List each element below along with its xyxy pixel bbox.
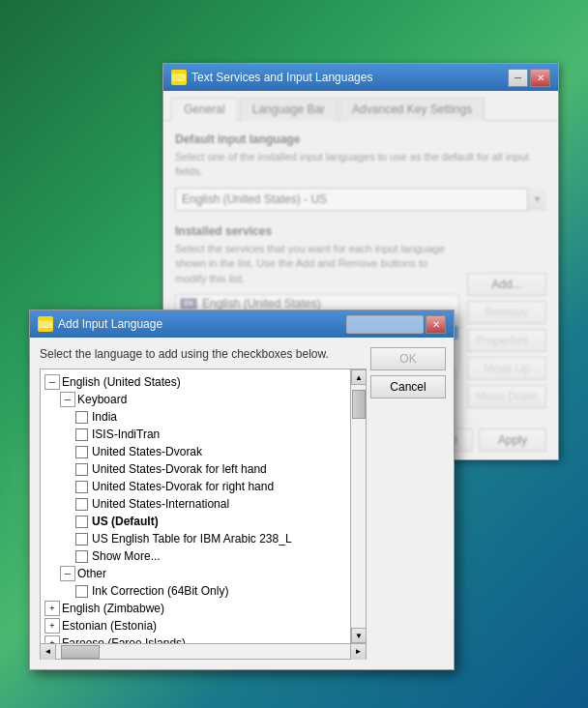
h-scrollbar-thumb[interactable] <box>61 645 100 659</box>
obscured-area <box>346 315 424 334</box>
expander-zimbabwe[interactable]: + <box>44 601 60 616</box>
tree-item-faroese[interactable]: + Faroese (Faroe Islands) <box>41 634 366 643</box>
scrollbar-thumb[interactable] <box>352 390 366 419</box>
checkbox-us-default[interactable] <box>75 516 88 528</box>
tree-text-us-default: US (Default) <box>92 515 159 528</box>
tree-item-english-us[interactable]: ─ English (United States) <box>41 373 366 391</box>
close-button[interactable]: ✕ <box>530 69 550 87</box>
tree-text-keyboard: Keyboard <box>77 393 127 406</box>
tree-item-isis[interactable]: ISIS-IndiTran <box>41 426 366 443</box>
titlebar-left: ⌨ Text Services and Input Languages <box>171 70 372 85</box>
expander-other[interactable]: ─ <box>60 566 75 581</box>
titlebar-controls: ─ ✕ <box>508 69 550 87</box>
expander-faroese[interactable]: + <box>44 635 60 643</box>
tree-item-dvorak-left[interactable]: United States-Dvorak for left hand <box>41 460 366 478</box>
add-dialog-description: Select the language to add using the che… <box>40 347 367 361</box>
main-dialog-icon: ⌨ <box>171 70 187 85</box>
tree-text-isis: ISIS-IndiTran <box>92 428 160 441</box>
checkbox-dvorak-left[interactable] <box>75 463 88 476</box>
checkbox-ink[interactable] <box>75 585 88 598</box>
tree-text-show-more: Show More... <box>92 549 161 563</box>
add-dialog: ⌨ Add Input Language ✕ Select the langua… <box>29 310 455 670</box>
expander-english-us[interactable]: ─ <box>44 374 60 390</box>
tree-scroll-area: ─ English (United States) ─ Keyboard Ind… <box>41 369 366 643</box>
checkbox-dvorak[interactable] <box>75 446 88 458</box>
expander-keyboard[interactable]: ─ <box>60 392 75 407</box>
tree-text-estonian: Estonian (Estonia) <box>62 619 157 633</box>
scrollbar-up-button[interactable]: ▲ <box>351 369 367 385</box>
ok-button[interactable]: OK <box>370 347 446 370</box>
tree-item-ink[interactable]: Ink Correction (64Bit Only) <box>41 582 366 600</box>
h-scrollbar-track <box>56 644 350 659</box>
add-dialog-title: Add Input Language <box>58 317 162 331</box>
tree-item-intl[interactable]: United States-International <box>41 495 366 513</box>
horizontal-scrollbar: ◄ ► <box>40 644 367 660</box>
add-dialog-icon: ⌨ <box>38 316 53 332</box>
tree-item-dvorak[interactable]: United States-Dvorak <box>41 443 366 460</box>
main-dialog-title: Text Services and Input Languages <box>191 71 372 84</box>
tree-text-english-us: English (United States) <box>62 375 181 389</box>
add-titlebar-controls: ✕ <box>346 315 446 334</box>
scrollbar-track <box>351 385 366 628</box>
tree-item-show-more[interactable]: Show More... <box>41 547 366 565</box>
checkbox-us-arabic[interactable] <box>75 533 88 546</box>
tree-item-india[interactable]: India <box>41 408 366 426</box>
tree-text-dvorak-left: United States-Dvorak for left hand <box>92 462 267 476</box>
tree-item-zimbabwe[interactable]: + English (Zimbabwe) <box>41 600 366 617</box>
tree-wrapper: ─ English (United States) ─ Keyboard Ind… <box>40 369 367 660</box>
tree-item-us-default[interactable]: US (Default) <box>41 513 366 530</box>
tree-text-dvorak-right: United States-Dvorak for right hand <box>92 480 274 493</box>
tree-item-other[interactable]: ─ Other <box>41 565 366 582</box>
tree-item-keyboard[interactable]: ─ Keyboard <box>41 391 366 408</box>
tree-item-us-arabic[interactable]: US English Table for IBM Arabic 238_L <box>41 530 366 547</box>
tree-item-estonian[interactable]: + Estonian (Estonia) <box>41 617 366 634</box>
tree-container: ─ English (United States) ─ Keyboard Ind… <box>40 369 367 644</box>
vertical-scrollbar: ▲ ▼ <box>350 369 366 643</box>
main-dialog-titlebar: ⌨ Text Services and Input Languages ─ ✕ <box>163 64 558 91</box>
checkbox-show-more[interactable] <box>75 550 88 563</box>
h-scrollbar-left-button[interactable]: ◄ <box>41 644 56 660</box>
checkbox-dvorak-right[interactable] <box>75 481 88 493</box>
tree-text-other: Other <box>77 567 106 580</box>
scrollbar-down-button[interactable]: ▼ <box>351 628 367 643</box>
add-dialog-buttons: OK Cancel <box>370 347 446 398</box>
cancel-add-button[interactable]: Cancel <box>370 375 446 398</box>
add-dialog-body: Select the language to add using the che… <box>30 338 454 669</box>
tree-text-faroese: Faroese (Faroe Islands) <box>62 636 186 643</box>
tree-text-intl: United States-International <box>92 497 229 511</box>
tree-text-zimbabwe: English (Zimbabwe) <box>62 602 164 615</box>
checkbox-intl[interactable] <box>75 498 88 511</box>
minimize-button[interactable]: ─ <box>508 69 528 87</box>
checkbox-isis[interactable] <box>75 428 88 441</box>
add-dialog-titlebar: ⌨ Add Input Language ✕ <box>30 310 454 338</box>
tree-text-india: India <box>92 410 117 424</box>
tree-item-dvorak-right[interactable]: United States-Dvorak for right hand <box>41 478 366 495</box>
h-scrollbar-right-button[interactable]: ► <box>350 644 366 660</box>
tree-text-dvorak: United States-Dvorak <box>92 445 202 458</box>
checkbox-india[interactable] <box>75 411 88 424</box>
tree-text-us-arabic: US English Table for IBM Arabic 238_L <box>92 532 292 546</box>
tree-text-ink: Ink Correction (64Bit Only) <box>92 584 228 598</box>
add-titlebar-left: ⌨ Add Input Language <box>38 316 162 332</box>
add-close-button[interactable]: ✕ <box>426 315 446 334</box>
expander-estonian[interactable]: + <box>44 618 60 634</box>
